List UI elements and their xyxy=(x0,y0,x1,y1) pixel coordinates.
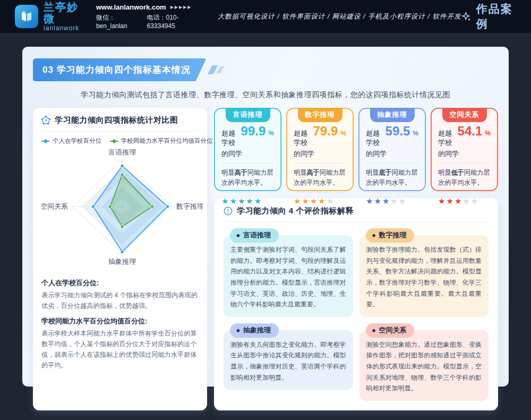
divider xyxy=(294,192,346,193)
metric-value: 54.1 xyxy=(458,125,483,138)
website-link[interactable]: www.lanlanwork.com xyxy=(96,3,166,11)
explain-badge: ◆数字推理 xyxy=(366,228,415,243)
svg-text:空间关系: 空间关系 xyxy=(41,202,68,210)
radar-panel: 学习能力倾向四项指标统计对比图 个人在学校百分位学校同能力水平百分位均值百分位 … xyxy=(33,108,207,410)
metric-card-abstract: 抽象推理 超越学校 59.5 % 的同学 明显底于同能力层次的平均水平。 ★★★… xyxy=(358,108,426,191)
star-icon: ★ xyxy=(471,196,479,205)
metric-prefix: 超越学校 xyxy=(221,128,238,148)
star-icon: ★ xyxy=(399,196,407,205)
metric-suffix: 的同学 xyxy=(221,149,274,159)
radar-chart: 言语推理数字推理抽象推理空间关系 xyxy=(41,146,203,273)
metric-card-verbal: 言语推理 超越学校 99.9 % 的同学 明显高于同能力层次的平均水平。 ★★★… xyxy=(214,108,281,191)
explain-card-numeric: ◆数字推理 测验数字推理能力。包括发现数（式）排列与变化规律的能力，理解并且运用… xyxy=(359,235,489,317)
star-icon: ★ xyxy=(221,196,229,205)
svg-text:数字推理: 数字推理 xyxy=(176,202,203,210)
metric-prefix: 超越学校 xyxy=(438,128,455,148)
metric-verdict: 明显高于同能力层次的平均水平。 xyxy=(294,168,346,188)
star-icon: ★ xyxy=(463,196,470,205)
explain-panel-title: 学习能力倾向 4 个评价指标解释 xyxy=(237,206,354,216)
definition-term: 学校同能力水平百分位均值百分位: xyxy=(41,316,199,326)
metric-verdict: 明显高于同能力层次的平均水平。 xyxy=(221,168,274,188)
metric-card-badge: 空间关系 xyxy=(442,108,487,122)
metric-suffix: 的同学 xyxy=(294,149,346,159)
diamond-icon: ◆ xyxy=(372,328,376,333)
star-icon: ★ xyxy=(238,196,246,205)
svg-text:言语推理: 言语推理 xyxy=(108,148,136,156)
phone-label: 电话：010-63334945 xyxy=(147,13,197,30)
metric-card-spatial: 空间关系 超越学校 54.1 % 的同学 明显低于同能力层次的平均水平。 ★★★… xyxy=(431,108,498,191)
star-rating: ★★★★★ xyxy=(366,197,418,206)
divider xyxy=(294,163,346,164)
divider xyxy=(438,163,491,164)
definitions: 个人在学校百分位: 表示学习能力倾向测试的 4 个指标在学校范围内表现的优劣，百… xyxy=(41,278,199,371)
explain-panel: 学习能力倾向 4 个评价指标解释 ◆言语推理 主要侧重于测验对字词、句段间关系了… xyxy=(214,198,498,410)
star-rating: ★★★★★ xyxy=(221,197,274,206)
section-title-banner: 03 学习能力倾向四个指标基本情况 xyxy=(33,58,207,81)
diamond-icon: ◆ xyxy=(236,233,240,238)
explain-badge: ◆空间关系 xyxy=(366,323,415,338)
star-rating: ★★★★★ xyxy=(438,197,491,206)
section-banner-row: 03 学习能力倾向四个指标基本情况 xyxy=(33,58,498,81)
star-icon: ★ xyxy=(366,196,374,205)
explain-text: 测验数字推理能力。包括发现数（式）排列与变化规律的能力，理解并且运用数量关系、数… xyxy=(366,244,482,310)
section-subtitle: 学习能力倾向测试包括了言语推理、数字推理、空间关系和抽象推理四项指标，您的这四项… xyxy=(33,90,498,100)
radar-panel-title: 学习能力倾向四项指标统计对比图 xyxy=(55,115,178,125)
metric-card-badge: 数字推理 xyxy=(298,108,342,122)
metric-verdict: 明显低于同能力层次的平均水平。 xyxy=(438,168,491,188)
definition-term: 个人在学校百分位: xyxy=(41,278,199,288)
portfolio-link[interactable]: 作品案例 xyxy=(461,2,517,31)
diamond-icon: ◆ xyxy=(372,233,376,238)
radar-chart-icon xyxy=(41,116,50,125)
metric-cards-row: 言语推理 超越学校 99.9 % 的同学 明显高于同能力层次的平均水平。 ★★★… xyxy=(214,108,498,191)
metric-unit: % xyxy=(340,130,346,137)
metric-suffix: 的同学 xyxy=(438,149,491,159)
divider xyxy=(366,192,418,193)
definition-desc: 表示学校大样本同能力水平群体中所有学生百分位的算数平均值，个人某个指标的百分位大… xyxy=(41,328,199,371)
metric-unit: % xyxy=(413,130,418,137)
brand-names: 兰亭妙微 lanlanwork xyxy=(44,1,83,32)
metric-prefix: 超越学校 xyxy=(294,128,311,148)
book-icon xyxy=(19,9,34,24)
star-icon: ★ xyxy=(382,196,390,205)
star-rating: ★★★★★ xyxy=(294,197,346,206)
divider xyxy=(221,192,274,193)
definition-desc: 表示学习能力倾向测试的 4 个指标在学校范围内表现的优劣，百分位越高的指标，优势… xyxy=(41,290,199,312)
svg-text:抽象推理: 抽象推理 xyxy=(108,258,136,265)
diamond-icon: ◆ xyxy=(236,328,240,333)
metric-suffix: 的同学 xyxy=(366,149,418,159)
legend-label: 学校同能力水平百分位均值百分位 xyxy=(121,137,213,145)
metric-prefix: 超越学校 xyxy=(366,128,383,148)
star-icon: ★ xyxy=(302,196,310,205)
explain-card-verbal: ◆言语推理 主要侧重于测验对字词、句段间关系了解的能力。即考察对字词、句段的理解… xyxy=(224,235,353,317)
sparkle-icon xyxy=(461,10,472,23)
legend-label: 个人在学校百分位 xyxy=(53,137,101,145)
star-icon: ★ xyxy=(446,196,454,205)
metric-unit: % xyxy=(485,130,491,137)
explain-card-spatial: ◆空间关系 测验空间想象能力。通过想象图形、变换操作图形，把对图形的感知通过平面… xyxy=(359,330,489,401)
portfolio-label: 作品案例 xyxy=(476,2,517,31)
metric-verdict: 明显底于同能力层次的平均水平。 xyxy=(366,168,418,188)
arrows-decor: ▶▶▶▶▶ xyxy=(170,5,192,10)
star-icon: ★ xyxy=(390,196,398,205)
legend-item[interactable]: 个人在学校百分位 xyxy=(41,137,101,145)
star-icon: ★ xyxy=(318,196,326,205)
brand-logo-icon[interactable] xyxy=(15,5,38,28)
radar-legend: 个人在学校百分位学校同能力水平百分位均值百分位 xyxy=(41,137,199,145)
wechat-label: 微信：ben_lanlan xyxy=(96,13,139,30)
star-icon: ★ xyxy=(254,196,262,205)
legend-item[interactable]: 学校同能力水平百分位均值百分位 xyxy=(110,137,213,145)
metric-unit: % xyxy=(268,130,274,137)
star-icon: ★ xyxy=(229,196,237,205)
star-icon: ★ xyxy=(327,196,335,205)
divider xyxy=(221,163,274,164)
explain-text: 测验空间想象能力。通过想象图形、变换操作图形，把对图形的感知通过平面或立体的形式… xyxy=(366,339,482,394)
divider xyxy=(41,131,199,132)
explain-badge: ◆抽象推理 xyxy=(230,323,279,338)
star-icon: ★ xyxy=(438,196,446,205)
legend-marker-icon xyxy=(110,141,118,142)
info-icon xyxy=(224,207,233,216)
brand-name-en: lanlanwork xyxy=(44,24,83,32)
services-list: 大数据可视化设计 / 软件界面设计 / 网站建设 / 手机及小程序设计 / 软件… xyxy=(218,12,461,21)
right-column: 言语推理 超越学校 99.9 % 的同学 明显高于同能力层次的平均水平。 ★★★… xyxy=(214,108,498,410)
star-icon: ★ xyxy=(374,196,382,205)
